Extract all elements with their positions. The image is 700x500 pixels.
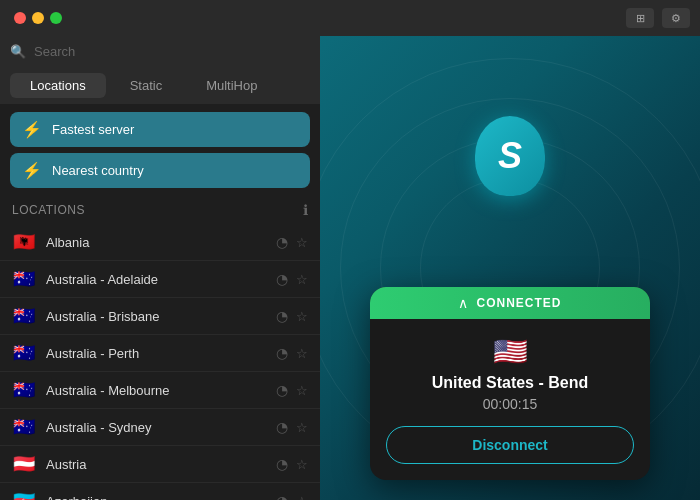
nearest-country-label: Nearest country [52,163,144,178]
star-icon[interactable]: ☆ [296,235,308,250]
star-icon[interactable]: ☆ [296,457,308,472]
austria-flag: 🇦🇹 [12,455,36,473]
location-name: Albania [46,235,266,250]
list-item[interactable]: 🇦🇺 Australia - Melbourne ◔ ☆ [0,372,320,409]
albania-flag: 🇦🇱 [12,233,36,251]
signal-icon: ◔ [276,271,288,287]
sidebar: 🔍 Locations Static MultiHop ⚡ Fastest se… [0,36,320,500]
signal-icon: ◔ [276,382,288,398]
azerbaijan-flag: 🇦🇿 [12,492,36,500]
signal-icon: ◔ [276,345,288,361]
signal-icon: ◔ [276,456,288,472]
nearest-country-button[interactable]: ⚡ Nearest country [10,153,310,188]
location-name: Australia - Sydney [46,420,266,435]
right-panel: S ∧ CONNECTED 🇺🇸 United States - Bend 00… [320,36,700,500]
grid-icon[interactable]: ⊞ [626,8,654,28]
window-controls[interactable] [14,12,62,24]
list-item[interactable]: 🇦🇿 Azerbaijan ◔ ☆ [0,483,320,500]
signal-icon: ◔ [276,419,288,435]
lightning-icon: ⚡ [22,120,42,139]
signal-icon: ◔ [276,493,288,500]
list-item[interactable]: 🇦🇺 Australia - Brisbane ◔ ☆ [0,298,320,335]
location-name: Australia - Adelaide [46,272,266,287]
location-actions: ◔ ☆ [276,271,308,287]
list-item[interactable]: 🇦🇺 Australia - Sydney ◔ ☆ [0,409,320,446]
connected-panel: ∧ CONNECTED 🇺🇸 United States - Bend 00:0… [370,287,650,480]
settings-icon[interactable]: ⚙ [662,8,690,28]
search-input[interactable] [34,44,310,59]
location-name: Austria [46,457,266,472]
location-name: Australia - Brisbane [46,309,266,324]
location-name: Australia - Melbourne [46,383,266,398]
connected-header: ∧ CONNECTED [370,287,650,319]
tab-multihop[interactable]: MultiHop [186,73,277,98]
connection-timer: 00:00:15 [386,396,634,412]
tabs: Locations Static MultiHop [0,67,320,104]
close-button[interactable] [14,12,26,24]
star-icon[interactable]: ☆ [296,272,308,287]
search-icon: 🔍 [10,44,26,59]
titlebar: ⊞ ⚙ [0,0,700,36]
signal-icon: ◔ [276,308,288,324]
tab-static[interactable]: Static [110,73,183,98]
lightning-icon-2: ⚡ [22,161,42,180]
location-name: Australia - Perth [46,346,266,361]
star-icon[interactable]: ☆ [296,494,308,501]
location-actions: ◔ ☆ [276,234,308,250]
australia-sydney-flag: 🇦🇺 [12,418,36,436]
australia-brisbane-flag: 🇦🇺 [12,307,36,325]
location-actions: ◔ ☆ [276,345,308,361]
logo-letter: S [498,135,522,177]
list-item[interactable]: 🇦🇺 Australia - Perth ◔ ☆ [0,335,320,372]
australia-perth-flag: 🇦🇺 [12,344,36,362]
maximize-button[interactable] [50,12,62,24]
fastest-server-label: Fastest server [52,122,134,137]
location-actions: ◔ ☆ [276,419,308,435]
location-list: 🇦🇱 Albania ◔ ☆ 🇦🇺 Australia - Adelaide ◔… [0,224,320,500]
fastest-server-button[interactable]: ⚡ Fastest server [10,112,310,147]
main-container: 🔍 Locations Static MultiHop ⚡ Fastest se… [0,36,700,500]
chevron-up-icon: ∧ [458,295,468,311]
quick-options: ⚡ Fastest server ⚡ Nearest country [0,104,320,196]
star-icon[interactable]: ☆ [296,383,308,398]
info-icon[interactable]: ℹ [303,202,308,218]
list-item[interactable]: 🇦🇺 Australia - Adelaide ◔ ☆ [0,261,320,298]
connected-body: 🇺🇸 United States - Bend 00:00:15 Disconn… [370,319,650,480]
disconnect-button[interactable]: Disconnect [386,426,634,464]
star-icon[interactable]: ☆ [296,346,308,361]
search-bar: 🔍 [0,36,320,67]
connected-status-label: CONNECTED [476,296,561,310]
list-item[interactable]: 🇦🇱 Albania ◔ ☆ [0,224,320,261]
logo-container: S [475,116,545,196]
list-item[interactable]: 🇦🇹 Austria ◔ ☆ [0,446,320,483]
australia-melbourne-flag: 🇦🇺 [12,381,36,399]
server-name: United States - Bend [386,374,634,392]
minimize-button[interactable] [32,12,44,24]
location-actions: ◔ ☆ [276,456,308,472]
australia-adelaide-flag: 🇦🇺 [12,270,36,288]
location-actions: ◔ ☆ [276,493,308,500]
star-icon[interactable]: ☆ [296,420,308,435]
location-name: Azerbaijan [46,494,266,501]
locations-header: Locations ℹ [0,196,320,224]
signal-icon: ◔ [276,234,288,250]
location-actions: ◔ ☆ [276,308,308,324]
surfshark-logo: S [475,116,545,196]
star-icon[interactable]: ☆ [296,309,308,324]
titlebar-right: ⊞ ⚙ [626,8,690,28]
server-flag: 🇺🇸 [386,335,634,368]
locations-label: Locations [12,203,85,217]
location-actions: ◔ ☆ [276,382,308,398]
tab-locations[interactable]: Locations [10,73,106,98]
